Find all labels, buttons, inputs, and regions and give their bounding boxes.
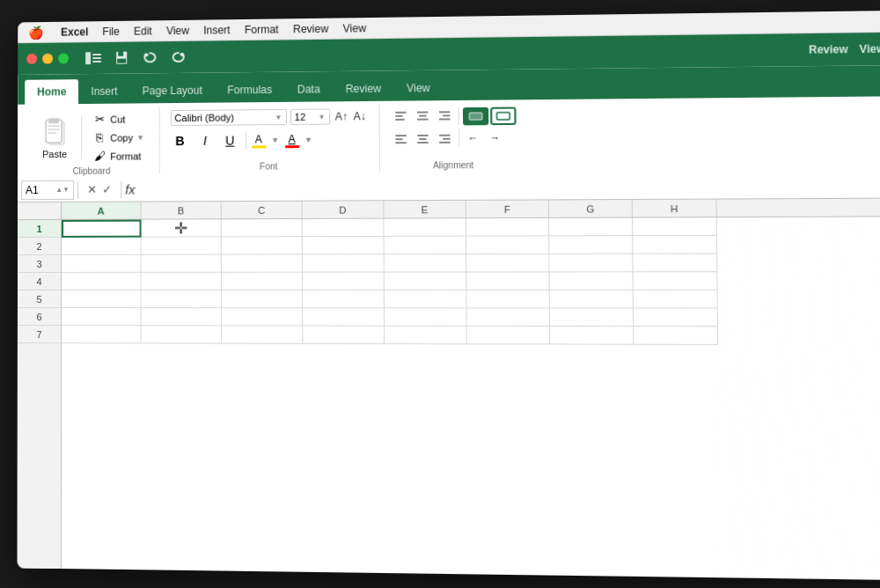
cell-d1[interactable] xyxy=(303,219,385,238)
tab-home[interactable]: Home xyxy=(25,79,78,104)
row-num-1[interactable]: 1 xyxy=(18,220,61,238)
wrap-text-button[interactable] xyxy=(490,107,516,126)
menu-insert[interactable]: Insert xyxy=(203,24,230,36)
cell-a4[interactable] xyxy=(62,273,142,290)
cell-a2[interactable] xyxy=(62,238,142,255)
cell-d6[interactable] xyxy=(303,308,385,326)
cell-h4[interactable] xyxy=(634,272,718,290)
cell-a3[interactable] xyxy=(62,255,142,273)
col-header-a[interactable]: A xyxy=(62,202,142,219)
cell-g7[interactable] xyxy=(550,327,634,345)
formula-confirm-icon[interactable]: ✓ xyxy=(102,183,112,196)
underline-button[interactable]: U xyxy=(220,130,239,150)
cell-b5[interactable] xyxy=(142,290,222,308)
close-button[interactable] xyxy=(26,54,37,64)
cell-f4[interactable] xyxy=(466,272,549,290)
font-color-button[interactable]: A xyxy=(284,132,298,147)
row-num-4[interactable]: 4 xyxy=(18,273,61,290)
tab-insert[interactable]: Insert xyxy=(78,79,129,105)
formula-cancel-icon[interactable]: ✕ xyxy=(87,183,97,196)
increase-font-button[interactable]: A↑ xyxy=(334,110,350,122)
cut-button[interactable]: ✂ Cut xyxy=(89,110,148,128)
cell-c4[interactable] xyxy=(222,273,303,290)
tab-view[interactable]: View xyxy=(393,76,443,101)
col-header-c[interactable]: C xyxy=(222,202,303,219)
tab-formulas[interactable]: Formulas xyxy=(215,77,285,103)
cell-b3[interactable] xyxy=(142,255,222,273)
cell-h5[interactable] xyxy=(634,290,718,309)
cell-g1[interactable] xyxy=(549,218,633,237)
row-num-6[interactable]: 6 xyxy=(18,308,61,326)
menu-file[interactable]: File xyxy=(102,25,119,37)
cell-d3[interactable] xyxy=(303,254,385,272)
save-icon[interactable] xyxy=(111,48,132,69)
row-num-2[interactable]: 2 xyxy=(18,238,61,255)
cell-e2[interactable] xyxy=(385,237,467,255)
col-header-g[interactable]: G xyxy=(549,200,633,217)
align-center-button[interactable] xyxy=(413,107,433,125)
cell-b6[interactable] xyxy=(142,308,222,326)
cell-a6[interactable] xyxy=(62,308,142,326)
paste-button[interactable]: Paste xyxy=(35,115,74,161)
highlight-color-button[interactable]: A xyxy=(252,133,266,148)
cell-c2[interactable] xyxy=(222,237,303,254)
cell-c7[interactable] xyxy=(222,326,303,343)
cell-c1[interactable] xyxy=(222,219,303,237)
sidebar-toggle-icon[interactable] xyxy=(83,48,104,69)
cell-b2[interactable] xyxy=(142,237,222,254)
tab-page-layout[interactable]: Page Layout xyxy=(130,78,215,104)
cell-e7[interactable] xyxy=(385,327,467,345)
col-header-e[interactable]: E xyxy=(384,201,466,218)
cell-f1[interactable] xyxy=(466,218,549,237)
font-size-selector[interactable]: 12 ▼ xyxy=(290,108,330,125)
tab-data[interactable]: Data xyxy=(284,77,333,102)
cell-h2[interactable] xyxy=(633,236,717,254)
cell-f3[interactable] xyxy=(466,254,549,273)
cell-e3[interactable] xyxy=(385,254,467,273)
align-bottom-right-button[interactable] xyxy=(435,129,455,147)
copy-button[interactable]: ⎘ Copy ▼ xyxy=(89,129,148,146)
cell-g5[interactable] xyxy=(550,290,634,309)
cell-e1[interactable] xyxy=(384,218,466,237)
cell-e4[interactable] xyxy=(385,272,467,290)
format-painter-button[interactable]: 🖌 Format xyxy=(89,147,148,164)
cell-a1[interactable] xyxy=(62,220,142,238)
col-header-h[interactable]: H xyxy=(633,200,717,217)
italic-button[interactable]: I xyxy=(195,131,215,151)
row-num-5[interactable]: 5 xyxy=(18,290,61,308)
undo-icon[interactable] xyxy=(139,47,160,68)
tab-review[interactable]: Review xyxy=(333,76,393,101)
cell-h3[interactable] xyxy=(633,254,717,273)
cell-c3[interactable] xyxy=(222,254,303,272)
cell-f2[interactable] xyxy=(466,236,549,254)
decrease-font-button[interactable]: A↓ xyxy=(351,110,368,122)
cell-b4[interactable] xyxy=(142,273,222,290)
cell-reference-box[interactable]: A1 ▲▼ xyxy=(21,180,74,199)
align-middle-button[interactable] xyxy=(413,129,433,147)
row-num-7[interactable]: 7 xyxy=(18,326,61,343)
apple-menu[interactable]: 🍎 xyxy=(28,26,43,40)
bold-button[interactable]: B xyxy=(170,131,189,151)
cell-f6[interactable] xyxy=(467,308,550,327)
menu-view2[interactable]: View xyxy=(343,22,367,34)
cell-g3[interactable] xyxy=(549,254,633,273)
menu-excel[interactable]: Excel xyxy=(61,26,88,38)
col-header-b[interactable]: B xyxy=(142,202,222,218)
col-header-d[interactable]: D xyxy=(303,201,385,218)
redo-icon[interactable] xyxy=(168,47,189,68)
row-num-3[interactable]: 3 xyxy=(18,255,61,273)
menu-view[interactable]: View xyxy=(166,24,189,36)
menu-edit[interactable]: Edit xyxy=(134,25,152,37)
col-header-f[interactable]: F xyxy=(466,200,549,217)
cell-g6[interactable] xyxy=(550,308,634,327)
cell-h7[interactable] xyxy=(634,327,718,345)
cell-d7[interactable] xyxy=(303,327,385,345)
cell-f5[interactable] xyxy=(466,290,549,309)
cell-b7[interactable] xyxy=(142,326,222,343)
formula-fx-label[interactable]: fx xyxy=(125,182,135,196)
cell-h6[interactable] xyxy=(634,308,718,327)
align-top-right-button[interactable] xyxy=(434,107,454,125)
cell-e5[interactable] xyxy=(385,290,467,308)
merge-center-button[interactable] xyxy=(463,107,488,126)
cell-f7[interactable] xyxy=(467,327,551,345)
